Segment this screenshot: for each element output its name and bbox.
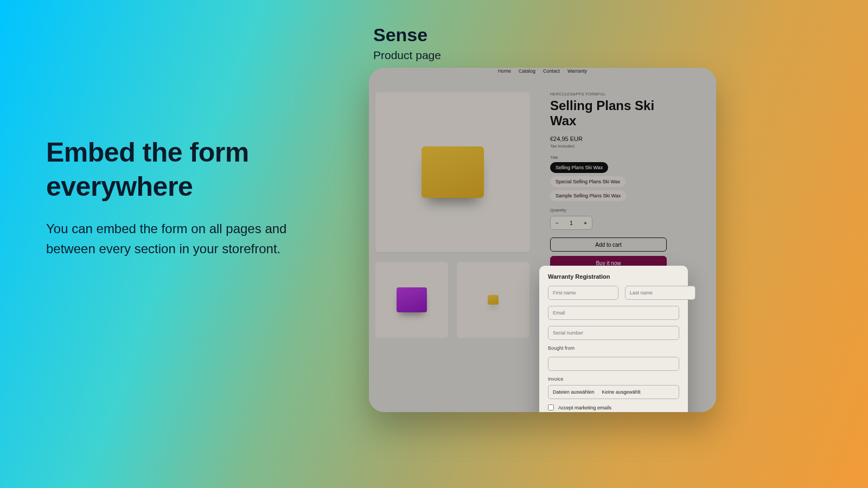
quantity-stepper: − +: [550, 216, 592, 230]
bought-from-field[interactable]: [548, 357, 679, 371]
variant-label: Title: [550, 155, 669, 160]
marketing-body: You can embed the form on all pages and …: [46, 219, 328, 259]
marketing-consent-label: Accept marketing emails: [558, 405, 611, 410]
product-title: Selling Plans Ski Wax: [550, 98, 669, 128]
nav-item-warranty[interactable]: Warranty: [567, 68, 587, 79]
variant-chip-1[interactable]: Special Selling Plans Ski Wax: [550, 176, 626, 187]
tax-note: Tax included.: [550, 144, 669, 149]
marketing-consent-row[interactable]: Accept marketing emails: [548, 404, 679, 410]
email-field[interactable]: [548, 306, 679, 320]
qty-decrease-button[interactable]: −: [551, 216, 564, 229]
form-title: Warranty Registration: [548, 273, 679, 280]
add-to-cart-button[interactable]: Add to cart: [550, 237, 667, 252]
variant-chip-2[interactable]: Sample Selling Plans Ski Wax: [550, 190, 626, 201]
invoice-file-picker[interactable]: Dateien auswählen Keine ausgewählt: [548, 385, 679, 399]
product-info: HERCULESAPPS FORMFUL Selling Plans Ski W…: [550, 92, 669, 283]
vendor-name: HERCULESAPPS FORMFUL: [550, 92, 669, 96]
file-choose-button[interactable]: Dateien auswählen: [553, 389, 595, 395]
marketing-consent-checkbox[interactable]: [548, 404, 554, 410]
marketing-headline: Embed the form everywhere: [46, 136, 328, 203]
nav-item-contact[interactable]: Contact: [543, 68, 560, 79]
theme-context: Product page: [373, 49, 441, 62]
product-thumb-2[interactable]: [457, 262, 529, 338]
nav-item-catalog[interactable]: Catalog: [519, 68, 535, 79]
product-image-main[interactable]: [375, 92, 530, 252]
wax-block-yellow: [422, 146, 484, 198]
quantity-label: Quantity: [550, 208, 669, 213]
serial-number-field[interactable]: [548, 326, 679, 340]
screenshot-frame: Home Catalog Contact Warranty: [369, 68, 716, 412]
last-name-field[interactable]: [625, 286, 695, 300]
file-state-text: Keine ausgewählt: [602, 389, 641, 395]
wax-block-purple: [397, 287, 427, 312]
warranty-form: Warranty Registration Bought from Invoic…: [539, 266, 688, 412]
product-thumb-1[interactable]: [375, 262, 448, 338]
variant-chip-0[interactable]: Selling Plans Ski Wax: [550, 162, 608, 173]
qty-input[interactable]: [564, 216, 579, 229]
first-name-field[interactable]: [548, 286, 618, 300]
nav-item-home[interactable]: Home: [498, 68, 511, 79]
store-nav: Home Catalog Contact Warranty: [369, 68, 716, 79]
invoice-label: Invoice: [548, 376, 679, 382]
qty-increase-button[interactable]: +: [579, 216, 592, 229]
product-gallery: [375, 92, 530, 338]
wax-block-small-yellow: [488, 295, 499, 305]
bought-from-label: Bought from: [548, 345, 679, 351]
theme-name: Sense: [373, 24, 441, 46]
screenshot-header: Sense Product page: [373, 24, 441, 62]
product-price: €24,95 EUR: [550, 136, 669, 142]
